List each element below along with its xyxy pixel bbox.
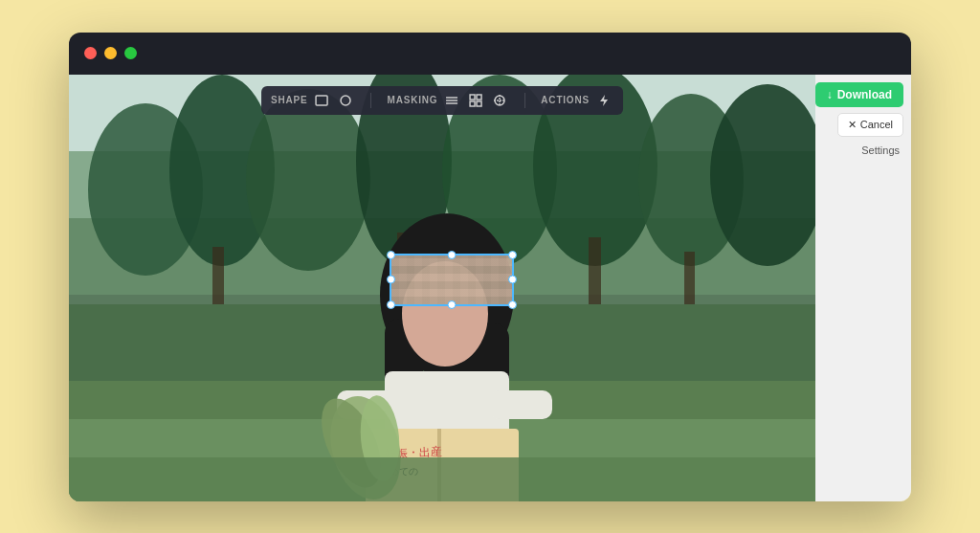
image-container: 妊娠・出産 初めての bbox=[69, 75, 815, 501]
masking-lines-icon[interactable] bbox=[442, 91, 461, 110]
svg-rect-32 bbox=[69, 457, 815, 501]
app-window: 妊娠・出産 初めての bbox=[69, 33, 911, 501]
handle-top-middle[interactable] bbox=[448, 251, 457, 259]
toolbar-group-actions: ACTIONS bbox=[541, 91, 613, 110]
separator-1 bbox=[371, 93, 372, 108]
svg-rect-41 bbox=[477, 101, 481, 106]
download-icon: ↓ bbox=[827, 88, 833, 101]
svg-point-34 bbox=[342, 96, 351, 105]
svg-rect-33 bbox=[317, 96, 328, 105]
selection-box[interactable] bbox=[390, 254, 514, 306]
minimize-button[interactable] bbox=[104, 47, 117, 59]
download-button[interactable]: ↓ Download bbox=[815, 82, 903, 107]
toolbar-group-shape: SHAPE bbox=[271, 91, 355, 110]
actions-lightning-icon[interactable] bbox=[594, 91, 613, 110]
shape-circle-icon[interactable] bbox=[337, 91, 356, 110]
cancel-label: Cancel bbox=[860, 119, 893, 130]
svg-rect-40 bbox=[470, 101, 475, 106]
masking-grid-icon[interactable] bbox=[466, 91, 485, 110]
title-bar bbox=[69, 33, 911, 75]
download-label: Download bbox=[837, 88, 892, 101]
toolbar: SHAPE MASKING bbox=[261, 86, 623, 115]
svg-rect-39 bbox=[477, 95, 481, 100]
svg-point-5 bbox=[246, 89, 370, 271]
toolbar-group-masking: MASKING bbox=[388, 91, 510, 110]
cancel-button[interactable]: ✕ Cancel bbox=[837, 113, 903, 137]
separator-2 bbox=[524, 93, 525, 108]
actions-label: ACTIONS bbox=[541, 95, 590, 105]
handle-middle-left[interactable] bbox=[387, 276, 395, 284]
handle-middle-right[interactable] bbox=[508, 276, 517, 284]
handle-bottom-middle[interactable] bbox=[448, 300, 457, 309]
traffic-lights bbox=[84, 47, 137, 59]
maximize-button[interactable] bbox=[124, 47, 137, 59]
shape-label: SHAPE bbox=[271, 95, 307, 105]
cancel-icon: ✕ bbox=[848, 119, 857, 131]
svg-marker-45 bbox=[600, 95, 608, 106]
shape-rectangle-icon[interactable] bbox=[313, 91, 332, 110]
svg-rect-24 bbox=[490, 390, 552, 419]
close-button[interactable] bbox=[84, 47, 97, 59]
masking-label: MASKING bbox=[388, 95, 438, 105]
svg-rect-38 bbox=[470, 95, 475, 100]
settings-button[interactable]: Settings bbox=[858, 143, 903, 158]
content-area: 妊娠・出産 初めての bbox=[69, 75, 911, 501]
pixelated-face bbox=[391, 255, 512, 304]
right-panel: ↓ Download ✕ Cancel Settings bbox=[815, 75, 911, 501]
masking-circle-icon[interactable] bbox=[490, 91, 509, 110]
photo-background: 妊娠・出産 初めての bbox=[69, 75, 815, 501]
